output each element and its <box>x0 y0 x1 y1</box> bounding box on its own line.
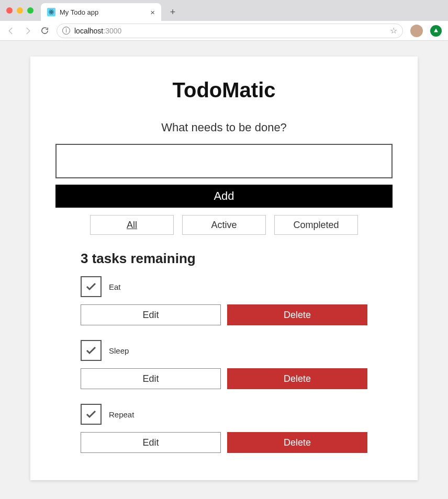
window-close-button[interactable] <box>6 7 13 14</box>
page-viewport: TodoMatic What needs to be done? Add All… <box>0 41 448 496</box>
todo-item: Sleep Edit Delete <box>81 340 367 389</box>
delete-button[interactable]: Delete <box>227 432 367 453</box>
edit-button[interactable]: Edit <box>81 432 221 453</box>
todo-checkbox[interactable] <box>81 340 102 361</box>
new-todo-prompt: What needs to be done? <box>55 121 393 134</box>
checkmark-icon <box>85 408 97 421</box>
filter-active-button[interactable]: Active <box>182 215 266 235</box>
url-input[interactable]: i localhost:3000 ☆ <box>57 24 403 38</box>
delete-button[interactable]: Delete <box>227 368 367 389</box>
new-todo-input[interactable] <box>55 144 393 178</box>
window-controls <box>6 0 41 21</box>
todo-checkbox[interactable] <box>81 404 102 425</box>
back-icon[interactable] <box>6 26 16 36</box>
todo-list: Eat Edit Delete Sleep Edit Delete <box>55 276 393 453</box>
todo-label: Sleep <box>109 346 129 355</box>
edit-button[interactable]: Edit <box>81 304 221 325</box>
profile-avatar[interactable] <box>410 25 423 37</box>
new-tab-button[interactable]: + <box>165 5 180 19</box>
checkmark-icon <box>85 280 97 293</box>
tab-title: My Todo app <box>60 8 98 16</box>
url-path: :3000 <box>103 27 121 35</box>
edit-button[interactable]: Edit <box>81 368 221 389</box>
filter-all-button[interactable]: All <box>90 215 174 235</box>
browser-chrome: My Todo app × + i localhost:3000 ☆ <box>0 0 448 41</box>
bookmark-star-icon[interactable]: ☆ <box>390 26 397 36</box>
extension-icon[interactable] <box>430 25 442 37</box>
filter-bar: All Active Completed <box>55 215 393 235</box>
todo-label: Eat <box>109 282 121 291</box>
tasks-remaining-heading: 3 tasks remaining <box>55 251 393 267</box>
tab-close-icon[interactable]: × <box>150 8 155 16</box>
filter-completed-button[interactable]: Completed <box>274 215 358 235</box>
checkmark-icon <box>85 344 97 357</box>
site-info-icon[interactable]: i <box>62 27 70 35</box>
tab-strip: My Todo app × + <box>0 0 448 21</box>
svg-point-0 <box>51 12 52 13</box>
todo-app: TodoMatic What needs to be done? Add All… <box>30 56 418 480</box>
todo-item: Eat Edit Delete <box>81 276 367 325</box>
add-button[interactable]: Add <box>55 185 393 208</box>
url-host: localhost <box>74 27 103 35</box>
app-title: TodoMatic <box>55 78 393 102</box>
todo-checkbox[interactable] <box>81 276 102 297</box>
window-minimize-button[interactable] <box>17 7 23 14</box>
reload-icon[interactable] <box>40 26 49 36</box>
todo-item: Repeat Edit Delete <box>81 404 367 453</box>
todo-label: Repeat <box>109 410 134 419</box>
window-zoom-button[interactable] <box>27 7 33 14</box>
delete-button[interactable]: Delete <box>227 304 367 325</box>
react-favicon-icon <box>47 8 55 16</box>
forward-icon[interactable] <box>23 26 32 36</box>
address-bar: i localhost:3000 ☆ <box>0 21 448 41</box>
browser-tab[interactable]: My Todo app × <box>41 3 161 21</box>
